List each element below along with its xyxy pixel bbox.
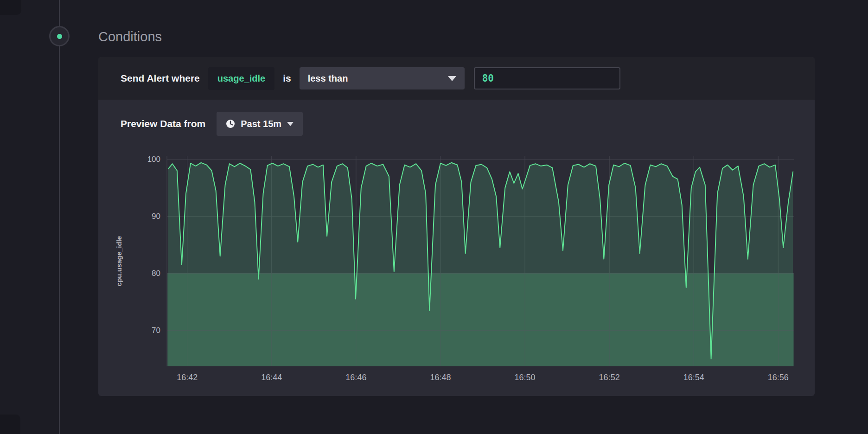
step-active-dot-icon — [57, 34, 62, 39]
step-connector-line — [59, 0, 60, 434]
svg-text:16:48: 16:48 — [430, 373, 451, 382]
condition-builder-row: Send Alert where usage_idle is less than — [98, 57, 815, 100]
preview-chart-area: 70809010016:4216:4416:4616:4816:5016:521… — [108, 137, 801, 388]
chevron-down-icon — [448, 76, 456, 81]
is-label: is — [283, 73, 291, 84]
svg-text:100: 100 — [147, 155, 160, 164]
preview-controls-row: Preview Data from Past 15m — [98, 100, 815, 136]
svg-text:16:44: 16:44 — [261, 373, 282, 382]
conditions-card: Send Alert where usage_idle is less than… — [98, 57, 815, 396]
adjacent-card-fragment-top — [0, 0, 21, 15]
chevron-down-icon — [287, 122, 294, 126]
time-range-dropdown[interactable]: Past 15m — [217, 112, 303, 136]
svg-text:16:52: 16:52 — [599, 373, 620, 382]
svg-text:70: 70 — [152, 326, 160, 335]
alert-rule-page: { "step": { "title": "Conditions" }, "co… — [0, 0, 868, 434]
svg-text:cpu.usage_idle: cpu.usage_idle — [115, 236, 123, 286]
preview-chart[interactable]: 70809010016:4216:4416:4616:4816:5016:521… — [108, 137, 801, 388]
clock-icon — [226, 119, 235, 128]
step-indicator-conditions[interactable] — [49, 26, 70, 46]
svg-text:16:46: 16:46 — [345, 373, 366, 382]
time-range-value: Past 15m — [241, 119, 281, 129]
svg-text:90: 90 — [152, 212, 160, 221]
adjacent-card-fragment-bottom — [0, 415, 20, 434]
svg-text:80: 80 — [152, 269, 160, 278]
preview-data-from-label: Preview Data from — [121, 118, 205, 129]
send-alert-where-label: Send Alert where — [121, 73, 200, 84]
alert-field-chip[interactable]: usage_idle — [208, 67, 274, 90]
operator-dropdown[interactable]: less than — [300, 67, 465, 89]
svg-text:16:56: 16:56 — [768, 373, 789, 382]
operator-dropdown-value: less than — [308, 73, 348, 84]
svg-text:16:54: 16:54 — [683, 373, 704, 382]
svg-text:16:42: 16:42 — [177, 373, 198, 382]
svg-text:16:50: 16:50 — [515, 373, 536, 382]
threshold-value-input[interactable] — [474, 67, 620, 89]
section-title: Conditions — [98, 29, 162, 45]
